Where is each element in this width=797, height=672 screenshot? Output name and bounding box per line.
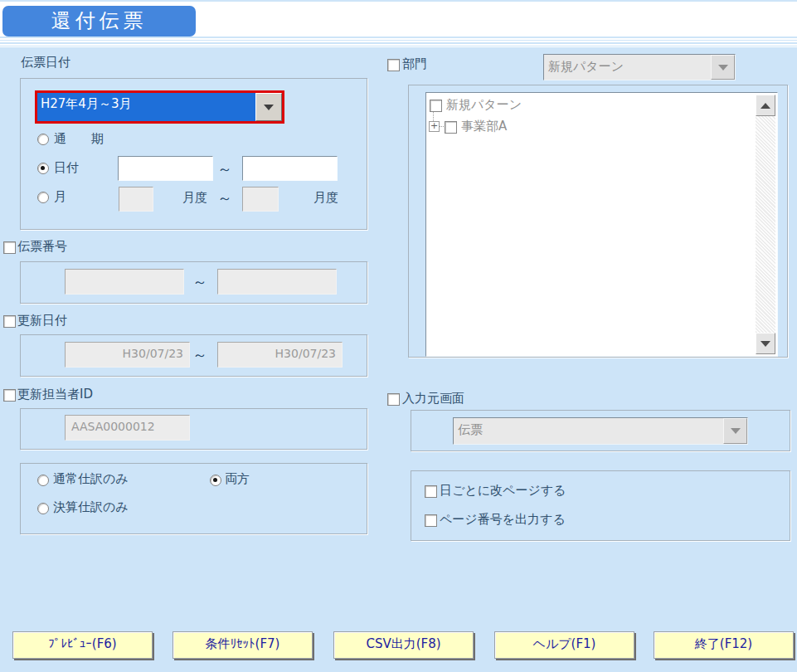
csv-button[interactable]: CSV出力(F8) [333, 631, 474, 659]
department-tree[interactable]: 新規パターン + 事業部A [425, 92, 778, 357]
chevron-down-icon [731, 428, 741, 434]
update-date-from-field: H30/07/23 [65, 342, 190, 368]
page-number-label: ページ番号を出力する [440, 512, 566, 528]
input-source-value: 伝票 [454, 418, 723, 444]
input-source-select: 伝票 [453, 417, 748, 445]
tree-connector [440, 126, 444, 127]
radio-both-journal-label: 両方 [225, 471, 250, 487]
tree-item-label: 事業部A [461, 119, 507, 134]
scroll-down-button[interactable] [756, 333, 775, 354]
triangle-up-icon [761, 103, 770, 109]
radio-date[interactable] [37, 163, 49, 174]
radio-closing-journal-label: 決算仕訳のみ [53, 499, 129, 515]
radio-normal-journal-label: 通常仕訳のみ [53, 471, 129, 487]
chevron-down-icon [718, 65, 728, 71]
input-source-checkbox[interactable] [387, 393, 400, 406]
help-button[interactable]: ヘルプ(F1) [494, 631, 634, 659]
department-pattern-dropdown-button [711, 55, 735, 80]
date-from-field[interactable] [118, 156, 213, 181]
radio-both-journal[interactable] [210, 475, 221, 486]
updater-id-checkbox[interactable] [3, 389, 16, 402]
month-range-tilde: ～ [217, 188, 232, 208]
radio-full-period[interactable] [37, 134, 49, 145]
update-date-checkbox[interactable] [3, 315, 16, 328]
slip-number-label: 伝票番号 [17, 239, 67, 255]
preview-button[interactable]: ﾌﾟﾚﾋﾞｭｰ(F6) [12, 631, 153, 659]
slip-number-checkbox[interactable] [3, 241, 16, 254]
exit-button[interactable]: 終了(F12) [654, 631, 794, 659]
department-label: 部門 [402, 56, 427, 72]
page-break-checkbox[interactable] [425, 485, 437, 498]
radio-month[interactable] [37, 192, 49, 203]
chevron-down-icon [264, 105, 274, 110]
department-checkbox[interactable] [387, 59, 400, 71]
slip-number-from-field [65, 269, 184, 295]
updater-id-field: AASA0000012 [65, 415, 190, 441]
slip-date-label: 伝票日付 [21, 55, 70, 71]
page-break-label: 日ごとに改ページする [440, 483, 566, 499]
input-source-label: 入力元画面 [402, 391, 464, 407]
updater-id-label: 更新担当者ID [17, 387, 93, 402]
slip-number-tilde: ～ [192, 272, 207, 292]
month-to-field [242, 187, 279, 212]
radio-date-label: 日付 [54, 160, 79, 176]
tree-item-checkbox [445, 121, 457, 134]
radio-month-label: 月 [54, 189, 66, 205]
reset-button[interactable]: 条件ﾘｾｯﾄ(F7) [173, 631, 313, 659]
date-to-field[interactable] [242, 156, 338, 181]
update-date-tilde: ～ [192, 345, 207, 365]
department-pattern-value: 新規パターン [544, 55, 711, 80]
radio-full-period-label: 通 期 [54, 131, 104, 147]
department-pattern-select: 新規パターン [543, 54, 736, 80]
scroll-up-button[interactable] [756, 95, 775, 116]
radio-normal-journal[interactable] [37, 475, 49, 486]
tree-item-label: 新規パターン [446, 97, 522, 113]
triangle-down-icon [761, 341, 770, 347]
update-date-label: 更新日付 [17, 313, 67, 329]
month-from-field [119, 187, 153, 212]
scroll-track[interactable] [756, 116, 775, 333]
page-number-checkbox[interactable] [425, 514, 437, 527]
page-title: 還付伝票 [2, 6, 196, 37]
input-source-dropdown-button [723, 418, 747, 444]
slip-date-period-dropdown-button[interactable] [255, 93, 282, 121]
date-range-tilde: ～ [217, 159, 232, 179]
radio-closing-journal[interactable] [37, 503, 49, 514]
slip-date-period-value: H27年4月～3月 [37, 93, 255, 121]
slip-date-period-select[interactable]: H27年4月～3月 [35, 90, 284, 124]
tree-scrollbar[interactable] [756, 95, 775, 354]
month-unit-from-label: 月度 [182, 190, 207, 206]
expand-icon[interactable]: + [429, 121, 440, 132]
refund-slip-window: 還付伝票 伝票日付 H27年4月～3月 通 期 日付 ～ 月 月度 ～ 月度 伝… [0, 0, 797, 672]
update-date-to-field: H30/07/23 [217, 342, 343, 368]
month-unit-to-label: 月度 [313, 190, 338, 206]
tree-item-checkbox [430, 100, 442, 112]
page-options-groupbox [411, 470, 790, 541]
header-stripes [0, 37, 797, 47]
slip-number-to-field [217, 269, 337, 295]
